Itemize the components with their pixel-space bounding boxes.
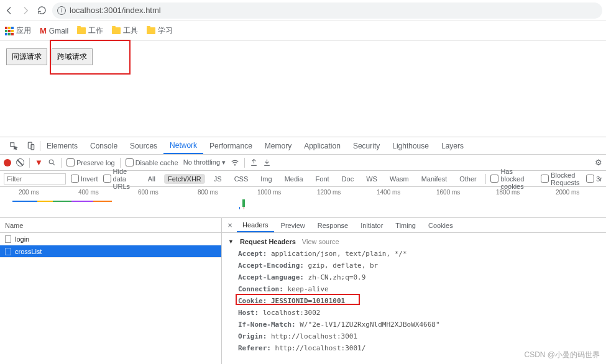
request-headers-section[interactable]: ▼ Request Headers View source (222, 235, 606, 248)
filter-ws[interactable]: WS (362, 174, 381, 184)
tab-layers[interactable]: Layers (435, 137, 470, 154)
header-host: Host: localhost:3002 (222, 307, 606, 319)
settings-icon[interactable]: ⚙ (595, 158, 602, 167)
detail-tab-timing[interactable]: Timing (390, 218, 421, 232)
svg-point-3 (49, 160, 53, 164)
filter-row: Invert Hide data URLs All Fetch/XHR JS C… (0, 171, 606, 187)
tab-memory[interactable]: Memory (259, 137, 298, 154)
tab-network[interactable]: Network (163, 137, 203, 154)
view-source-link[interactable]: View source (302, 238, 339, 245)
tab-application[interactable]: Application (298, 137, 347, 154)
tab-sources[interactable]: Sources (124, 137, 163, 154)
detail-tab-response[interactable]: Response (312, 218, 354, 232)
info-icon[interactable]: i (57, 6, 66, 15)
tab-security[interactable]: Security (347, 137, 386, 154)
url-box[interactable]: i localhost:3001/index.html (52, 2, 602, 19)
gmail-icon: M (40, 26, 47, 35)
clear-icon[interactable] (16, 158, 24, 166)
third-party-checkbox[interactable]: 3r (586, 175, 602, 183)
cross-origin-button[interactable]: 跨域请求 (52, 48, 93, 65)
close-detail-icon[interactable]: × (224, 221, 236, 230)
devtools-panel: Elements Console Sources Network Perform… (0, 137, 606, 364)
search-icon[interactable] (48, 158, 56, 166)
bookmark-gmail[interactable]: M Gmail (40, 26, 68, 35)
download-icon[interactable] (263, 158, 271, 166)
device-icon[interactable] (25, 140, 37, 152)
bookmark-folder-2[interactable]: 工具 (112, 25, 138, 36)
request-row-crosslist[interactable]: crossList (0, 245, 221, 258)
header-accept-language: Accept-Language: zh-CN,zh;q=0.9 (222, 271, 606, 283)
url-text: localhost:3001/index.html (70, 6, 161, 15)
file-icon (5, 235, 11, 243)
request-list-header[interactable]: Name (0, 218, 221, 233)
preserve-log-checkbox[interactable]: Preserve log (67, 158, 115, 166)
filter-fetch-xhr[interactable]: Fetch/XHR (164, 174, 205, 184)
filter-js[interactable]: JS (210, 174, 226, 184)
folder-icon (112, 27, 121, 34)
network-timeline[interactable]: 200 ms 400 ms 600 ms 800 ms 1000 ms 1200… (0, 187, 606, 218)
svg-rect-0 (11, 142, 14, 146)
tab-lighthouse[interactable]: Lighthouse (386, 137, 435, 154)
header-origin: Origin: http://localhost:3001 (222, 330, 606, 342)
detail-tabs: × Headers Preview Response Initiator Tim… (222, 218, 606, 233)
bookmark-folder-3[interactable]: 学习 (147, 25, 173, 36)
header-accept: Accept: application/json, text/plain, */… (222, 248, 606, 260)
header-connection: Connection: keep-alive (222, 283, 606, 295)
header-accept-encoding: Accept-Encoding: gzip, deflate, br (222, 260, 606, 271)
request-detail: × Headers Preview Response Initiator Tim… (222, 218, 606, 364)
bookmark-folder-1[interactable]: 工作 (77, 25, 103, 36)
inspect-icon[interactable] (7, 140, 20, 152)
filter-css[interactable]: CSS (231, 174, 252, 184)
tab-elements[interactable]: Elements (40, 137, 84, 154)
upload-icon[interactable] (250, 158, 258, 166)
detail-body: ▼ Request Headers View source Accept: ap… (222, 233, 606, 364)
folder-icon (147, 27, 155, 34)
triangle-down-icon: ▼ (228, 239, 234, 245)
filter-media[interactable]: Media (281, 174, 307, 184)
blocked-requests-checkbox[interactable]: Blocked Requests (541, 171, 581, 186)
wifi-icon[interactable] (231, 158, 239, 167)
detail-tab-cookies[interactable]: Cookies (423, 218, 459, 232)
filter-doc[interactable]: Doc (338, 174, 358, 184)
request-list: Name login crossList (0, 218, 222, 364)
tab-console[interactable]: Console (84, 137, 124, 154)
invert-checkbox[interactable]: Invert (71, 175, 98, 183)
filter-all[interactable]: All (144, 174, 159, 184)
disable-cache-checkbox[interactable]: Disable cache (126, 158, 178, 166)
timeline-bars (12, 198, 606, 212)
apps-icon (5, 27, 14, 35)
watermark: CSDN @小曼的码世界 (524, 350, 600, 360)
svg-point-4 (235, 164, 236, 165)
header-cookie: Cookie: JESSIONID=10101001 (222, 295, 606, 307)
same-origin-button[interactable]: 同源请求 (6, 48, 47, 65)
back-icon[interactable] (4, 5, 15, 16)
folder-icon (77, 27, 86, 34)
detail-tab-initiator[interactable]: Initiator (355, 218, 388, 232)
header-if-none-match: If-None-Match: W/"2e-lV1/1ZU2RxgNldMH2XJ… (222, 319, 606, 330)
filter-img[interactable]: Img (257, 174, 275, 184)
bookmarks-bar: 应用 M Gmail 工作 工具 学习 (0, 21, 606, 41)
browser-address-bar: i localhost:3001/index.html (0, 0, 606, 21)
forward-icon[interactable] (20, 5, 31, 16)
record-icon[interactable] (4, 159, 11, 166)
page-content: 同源请求 跨域请求 (0, 41, 606, 73)
file-icon (5, 248, 11, 255)
detail-tab-headers[interactable]: Headers (237, 218, 274, 232)
apps-button[interactable]: 应用 (5, 25, 31, 36)
request-row-login[interactable]: login (0, 233, 221, 245)
filter-icon[interactable]: ▼ (35, 158, 43, 167)
throttling-select[interactable]: No throttling ▾ (183, 158, 226, 166)
filter-input[interactable] (4, 173, 66, 184)
filter-other[interactable]: Other (456, 174, 480, 184)
filter-font[interactable]: Font (312, 174, 333, 184)
detail-tab-preview[interactable]: Preview (275, 218, 311, 232)
reload-icon[interactable] (36, 5, 47, 16)
tab-performance[interactable]: Performance (203, 137, 259, 154)
filter-manifest[interactable]: Manifest (418, 174, 451, 184)
devtools-tabs: Elements Console Sources Network Perform… (0, 137, 606, 155)
filter-wasm[interactable]: Wasm (386, 174, 413, 184)
request-pane: Name login crossList × Headers Preview R… (0, 218, 606, 364)
